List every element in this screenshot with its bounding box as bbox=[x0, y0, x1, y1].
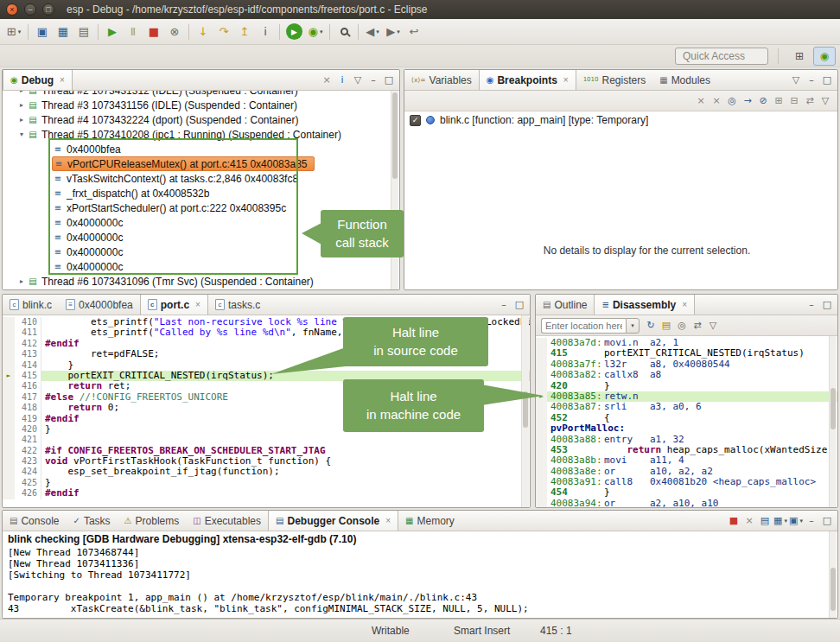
open-console-icon[interactable]: ▣▾ bbox=[789, 513, 803, 528]
debug-thread-row[interactable]: ▾▤Thread #5 1073410208 (ipc1 : Running) … bbox=[16, 127, 391, 142]
debug-thread-row[interactable]: ▸▤Thread #3 1073431156 (IDLE) (Suspended… bbox=[16, 98, 391, 112]
suspend-icon[interactable]: Ⅱ bbox=[124, 22, 143, 41]
maximize-view-icon[interactable]: □ bbox=[820, 513, 834, 528]
tree-collapsed-icon[interactable]: ▸ bbox=[16, 91, 27, 94]
maximize-view-icon[interactable]: □ bbox=[512, 297, 526, 312]
tree-collapsed-icon[interactable]: ▸ bbox=[16, 101, 27, 109]
minimize-view-icon[interactable]: – bbox=[497, 297, 511, 312]
show-source-icon[interactable]: ▤ bbox=[659, 318, 673, 333]
display-selected-console-icon[interactable]: ▦▾ bbox=[773, 513, 787, 528]
new-wizard-icon[interactable]: ⊞▾ bbox=[4, 22, 23, 41]
tab-problems[interactable]: ⚠Problems bbox=[118, 511, 187, 531]
maximize-view-icon[interactable]: □ bbox=[820, 297, 834, 312]
scrollbar-thumb[interactable] bbox=[523, 391, 528, 428]
close-tab-icon[interactable]: × bbox=[195, 300, 200, 309]
remove-all-breakpoints-icon[interactable]: × bbox=[710, 93, 723, 108]
maximize-button[interactable]: □ bbox=[42, 3, 54, 16]
debug-frame-row[interactable]: ≡0x4000000c bbox=[52, 245, 391, 259]
scrollbar-thumb[interactable] bbox=[392, 92, 398, 179]
disasm-row[interactable]: 40083a82:callx8 a8 bbox=[536, 370, 837, 380]
close-tab-icon[interactable]: × bbox=[60, 75, 65, 85]
console-scrollbar[interactable] bbox=[829, 531, 837, 618]
disasm-row[interactable]: 415portEXIT_CRITICAL_NESTED(irqStatus) bbox=[536, 348, 837, 359]
disasm-row[interactable]: 40083a8b:movi a11, 4 bbox=[536, 455, 837, 466]
tree-collapsed-icon[interactable]: ▸ bbox=[16, 277, 27, 285]
code-line[interactable]: 414 } bbox=[3, 360, 530, 371]
tree-expanded-icon[interactable]: ▾ bbox=[16, 130, 27, 138]
debug-scrollbar[interactable] bbox=[391, 91, 398, 289]
tab-tasks-c[interactable]: c tasks.c bbox=[208, 295, 267, 315]
open-perspective-button[interactable]: ⊞ bbox=[788, 47, 811, 66]
disasm-row[interactable]: 40083a87:srli a3, a0, 6 bbox=[536, 402, 837, 412]
code-line[interactable]: 416 return ret; bbox=[3, 381, 530, 391]
debug-frame-row[interactable]: ≡0x4000000c bbox=[52, 230, 391, 245]
remove-all-terminated-icon[interactable]: × bbox=[320, 73, 334, 87]
tab-blink-c[interactable]: c blink.c bbox=[3, 295, 59, 315]
terminate-console-icon[interactable]: ■ bbox=[727, 513, 741, 528]
debug-frame-row[interactable]: ≡vPortCPUReleaseMutex() at port.c:415 0x… bbox=[52, 156, 315, 171]
code-line[interactable]: ►415 portEXIT_CRITICAL_NESTED(irqStatus)… bbox=[3, 371, 530, 381]
location-dropdown-button[interactable]: ▾ bbox=[626, 318, 640, 334]
debug-thread-row[interactable]: ▸▤Thread #6 1073431096 (Tmr Svc) (Suspen… bbox=[16, 274, 391, 289]
code-line[interactable]: 424 esp_set_breakpoint_if_jtag(function)… bbox=[3, 467, 530, 477]
breakpoint-row[interactable]: ✓ blink.c [function: app_main] [type: Te… bbox=[404, 111, 837, 129]
code-line[interactable]: 411 ets_printf("Called by %s line %d\n",… bbox=[3, 327, 530, 338]
tab-breakpoints[interactable]: ◉ Breakpoints × bbox=[479, 70, 576, 90]
disasm-row[interactable]: 40083a88:entry a1, 32 bbox=[536, 435, 837, 445]
code-line[interactable]: 422#if CONFIG_FREERTOS_BREAK_ON_SCHEDULE… bbox=[3, 446, 530, 456]
last-edit-location-icon[interactable]: ↩ bbox=[404, 22, 423, 41]
tab-variables[interactable]: (x)= Variables bbox=[404, 70, 479, 90]
code-line[interactable]: 421 bbox=[3, 435, 530, 445]
code-line[interactable]: 420} bbox=[3, 424, 530, 435]
minimize-view-icon[interactable]: – bbox=[805, 513, 818, 528]
tab-console[interactable]: ▤Console bbox=[3, 511, 66, 531]
close-tab-icon[interactable]: × bbox=[563, 75, 569, 85]
track-expression-icon[interactable]: ◎ bbox=[675, 318, 689, 333]
editor-scrollbar[interactable] bbox=[521, 315, 529, 507]
scrollbar-thumb[interactable] bbox=[830, 388, 836, 429]
debug-frame-row[interactable]: ≡0x4000000c bbox=[52, 259, 391, 274]
debug-thread-row[interactable]: ▸▤Thread #2 1073431312 (IDLE) (Suspended… bbox=[16, 91, 391, 98]
scrollbar-thumb[interactable] bbox=[830, 568, 836, 611]
code-line[interactable]: 417#else //!CONFIG_FREERTOS_UNICORE bbox=[3, 392, 530, 403]
tree-collapsed-icon[interactable]: ▸ bbox=[16, 116, 27, 124]
debug-frame-row[interactable]: ≡0x4000bfea bbox=[52, 142, 391, 156]
close-tab-icon[interactable]: × bbox=[385, 516, 391, 525]
view-menu-icon[interactable]: ▽ bbox=[789, 73, 803, 87]
disassembly-scrollbar[interactable] bbox=[829, 336, 837, 507]
tab-tasks[interactable]: ✓Tasks bbox=[66, 511, 117, 531]
close-button[interactable]: × bbox=[6, 3, 18, 16]
save-icon[interactable]: ▣ bbox=[33, 22, 52, 41]
view-menu-icon[interactable]: ▽ bbox=[351, 73, 365, 87]
tab-0x4000bfea[interactable]: ≡ 0x4000bfea bbox=[59, 295, 140, 315]
close-tab-icon[interactable]: × bbox=[682, 300, 687, 309]
disconnect-icon[interactable]: ⊗ bbox=[165, 22, 184, 41]
forward-icon[interactable]: ▶▾ bbox=[384, 22, 403, 41]
code-line[interactable]: 413 ret=pdFALSE; bbox=[3, 349, 530, 359]
step-into-icon[interactable]: ↓ bbox=[194, 22, 213, 41]
save-all-icon[interactable]: ▦ bbox=[54, 22, 73, 41]
step-over-icon[interactable]: ↷ bbox=[214, 22, 233, 41]
code-line[interactable]: 426#endif bbox=[3, 488, 530, 499]
maximize-view-icon[interactable]: □ bbox=[820, 73, 834, 87]
step-return-icon[interactable]: ↥ bbox=[235, 22, 254, 41]
code-line[interactable]: 412#endif bbox=[3, 339, 530, 349]
code-line[interactable]: 418 return 0; bbox=[3, 403, 530, 413]
debug-perspective-button[interactable]: ◉ bbox=[813, 47, 836, 66]
resume-icon[interactable]: ▶ bbox=[103, 22, 122, 41]
disassembly-listing[interactable]: 40083a7d:movi.n a2, 1415portEXIT_CRITICA… bbox=[536, 336, 837, 507]
tab-registers[interactable]: 1010 Registers bbox=[576, 70, 653, 90]
tab-debugger-console[interactable]: ▤Debugger Console× bbox=[268, 511, 398, 531]
expand-all-icon[interactable]: ⊞ bbox=[772, 93, 786, 108]
tab-outline[interactable]: ▤ Outline bbox=[536, 295, 594, 315]
tab-executables[interactable]: ◫Executables bbox=[186, 511, 268, 531]
code-line[interactable]: 410 ets_printf("Last non-recursive lock … bbox=[3, 317, 530, 327]
disasm-row[interactable]: 454} bbox=[536, 487, 837, 498]
clear-console-icon[interactable]: ▤ bbox=[758, 513, 772, 528]
instruction-stepping-mode-icon[interactable]: i bbox=[335, 73, 349, 87]
code-line[interactable]: 425} bbox=[3, 478, 530, 488]
debug-thread-row[interactable]: ▸▤Thread #4 1073432224 (dport) (Suspende… bbox=[16, 112, 391, 127]
breakpoint-checkbox[interactable]: ✓ bbox=[410, 115, 421, 126]
minimize-view-icon[interactable]: – bbox=[366, 73, 380, 87]
debug-frame-row[interactable]: ≡xPortStartScheduler() at port.c:222 0x4… bbox=[52, 200, 391, 215]
